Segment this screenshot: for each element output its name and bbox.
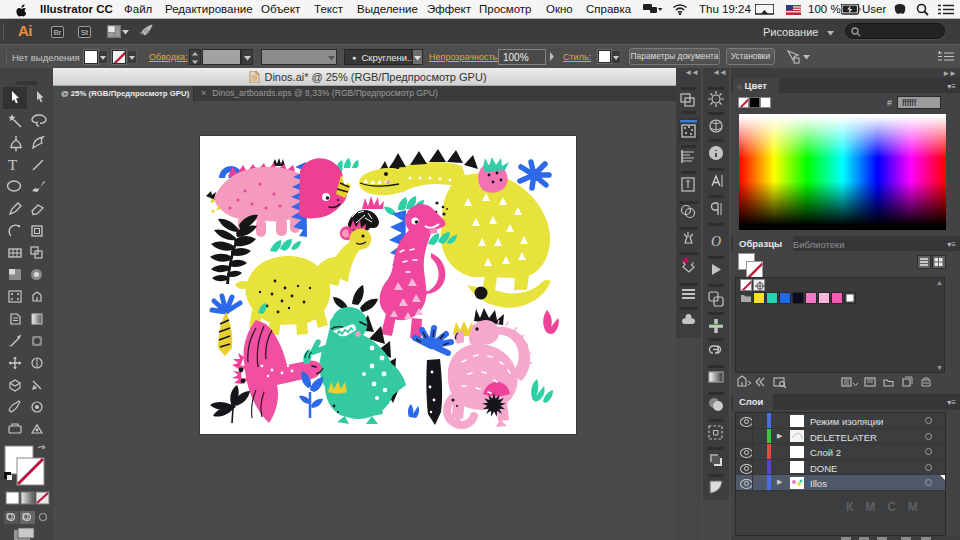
svg-text:T: T (8, 157, 17, 173)
svg-text:O: O (711, 234, 721, 249)
